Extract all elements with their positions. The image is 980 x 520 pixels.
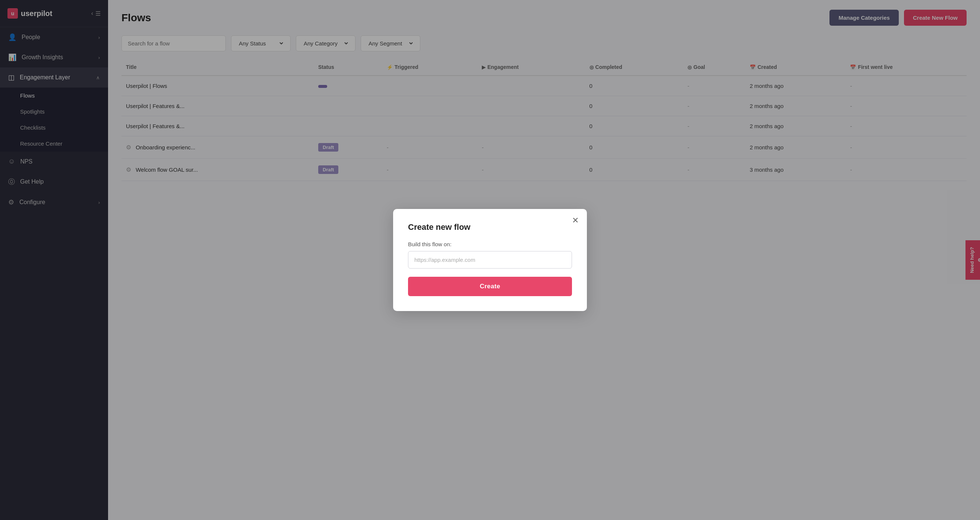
- modal-label: Build this flow on:: [408, 241, 572, 247]
- modal-overlay[interactable]: ✕ Create new flow Build this flow on: Cr…: [0, 0, 980, 520]
- modal-close-button[interactable]: ✕: [572, 216, 579, 225]
- modal-title: Create new flow: [408, 223, 572, 232]
- modal-url-input[interactable]: [408, 251, 572, 269]
- create-flow-modal: ✕ Create new flow Build this flow on: Cr…: [393, 209, 587, 311]
- modal-create-button[interactable]: Create: [408, 277, 572, 296]
